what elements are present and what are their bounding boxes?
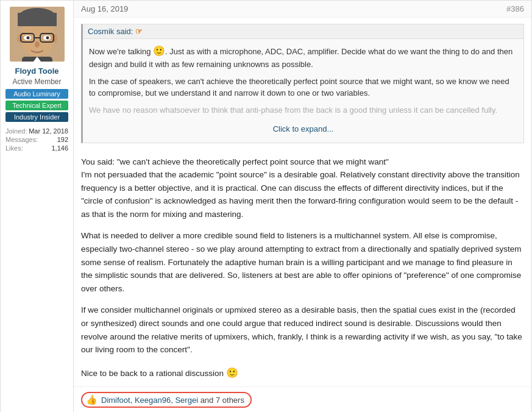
quote-body: Now we're talking 🙂. Just as with a micr… — [83, 39, 523, 143]
quote-header: Cosmik said: ☞ — [83, 24, 523, 39]
post-body: You said: "we can't achieve the theoreti… — [74, 149, 531, 387]
messages-value: 192 — [57, 136, 68, 143]
likes-value: 1,146 — [51, 144, 68, 152]
body-paragraph-4: Nice to be back to a rational discussion… — [81, 365, 524, 381]
body-paragraph-1: You said: "we can't achieve the theoreti… — [81, 155, 524, 221]
body-paragraph-2: What is needed to deliver a more credibl… — [81, 229, 524, 295]
joined-value: Mar 12, 2018 — [29, 127, 68, 135]
quote-paragraph-2: In the case of speakers, we can't achiev… — [89, 76, 517, 99]
body-paragraph-3: If we consider multichannel originals or… — [81, 304, 524, 356]
svg-rect-3 — [18, 13, 57, 26]
post-number: #386 — [506, 4, 524, 13]
stat-joined: Joined: Mar 12, 2018 — [5, 127, 68, 135]
quote-paragraph-1: Now we're talking 🙂. Just as with a micr… — [89, 44, 517, 71]
likes-bar: 👍 Dimifoot, Keegan96, Sergei and 7 other… — [74, 386, 531, 412]
likes-names: Dimifoot, Keegan96, Sergei and 7 others — [101, 396, 244, 405]
svg-point-12 — [46, 37, 49, 40]
user-status: Active Member — [12, 77, 61, 86]
post-main-content: Aug 16, 2019 #386 Cosmik said: ☞ Now we'… — [74, 1, 531, 412]
messages-label: Messages: — [5, 136, 38, 143]
smiley-icon-2: 🙂 — [226, 365, 238, 381]
svg-point-10 — [26, 37, 29, 40]
thumbs-up-icon: 👍 — [86, 394, 98, 405]
user-name: Floyd Toole — [15, 66, 59, 76]
quote-block: Cosmik said: ☞ Now we're talking 🙂. Just… — [81, 24, 524, 143]
expand-link[interactable]: Click to expand... — [89, 121, 517, 138]
quote-paragraph-3-faded: We have no reason whatsoever to think th… — [89, 104, 517, 116]
svg-point-13 — [35, 41, 40, 48]
avatar — [10, 7, 65, 62]
user-stats: Joined: Mar 12, 2018 Messages: 192 Likes… — [5, 127, 68, 153]
badge-technical-expert: Technical Expert — [5, 101, 68, 110]
quote-author-link[interactable]: Cosmik said: — [88, 27, 133, 36]
likes-name-keegan[interactable]: Keegan96 — [135, 396, 171, 405]
post-date: Aug 16, 2019 — [81, 4, 128, 13]
likes-label: Likes: — [5, 144, 23, 152]
likes-name-dimifoot[interactable]: Dimifoot — [101, 396, 130, 405]
post-container: Floyd Toole Active Member Audio Luminary… — [0, 0, 532, 412]
likes-highlight: 👍 Dimifoot, Keegan96, Sergei and 7 other… — [81, 392, 252, 408]
smiley-icon-1: 🙂 — [153, 44, 165, 59]
joined-label: Joined: — [5, 127, 27, 135]
badge-audio-luminary: Audio Luminary — [5, 89, 68, 99]
stat-messages: Messages: 192 — [5, 136, 68, 143]
likes-name-sergei[interactable]: Sergei — [175, 396, 198, 405]
likes-others-text: and 7 others — [200, 396, 244, 405]
badge-industry-insider: Industry Insider — [5, 112, 68, 122]
user-sidebar: Floyd Toole Active Member Audio Luminary… — [1, 1, 74, 412]
stat-likes: Likes: 1,146 — [5, 144, 68, 152]
post-header: Aug 16, 2019 #386 — [74, 1, 531, 18]
quote-arrow-icon: ☞ — [135, 27, 143, 36]
